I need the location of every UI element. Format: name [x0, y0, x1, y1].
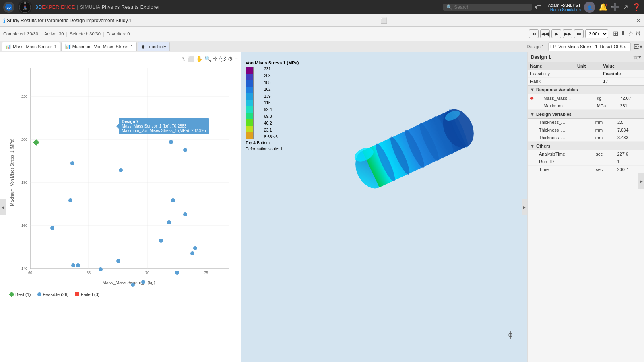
thickness3-unit: mm: [593, 134, 615, 142]
panel-star-icon[interactable]: ☆: [633, 54, 638, 60]
tab-arrow-icon[interactable]: ▾: [640, 43, 642, 50]
avatar[interactable]: 👤: [584, 2, 595, 13]
legend-best: Best (1): [10, 292, 31, 297]
add-icon[interactable]: ➕: [611, 3, 619, 12]
tag-icon[interactable]: 🏷: [535, 4, 541, 11]
design-variables-table: Thickness_... mm 2.5 Thickness_... mm 7.…: [528, 119, 644, 142]
collapse-chart-icon[interactable]: −: [235, 56, 238, 62]
scatter-point[interactable]: [183, 212, 187, 216]
speed-select[interactable]: 2.00x 1.00x 0.50x: [585, 29, 608, 38]
scatter-point[interactable]: [68, 198, 72, 202]
info-icon: ℹ: [3, 17, 5, 24]
scatter-point[interactable]: [171, 198, 175, 202]
tab-mass[interactable]: 📊 Mass_Mass Sensor_1: [2, 42, 60, 51]
tab-mass-label: Mass_Mass Sensor_1: [13, 44, 57, 49]
pan-icon[interactable]: ✋: [196, 56, 203, 62]
pause-icon[interactable]: ⏸: [620, 30, 626, 37]
svg-text:180: 180: [21, 181, 27, 185]
close-icon[interactable]: ✕: [636, 17, 641, 24]
viewport-expand-right[interactable]: ▶: [522, 199, 527, 215]
crosshair-icon[interactable]: ✛: [213, 56, 218, 62]
response-variables-section[interactable]: ▼ Response Variables: [528, 85, 644, 94]
status-favorites: Favorites: 0: [107, 31, 130, 36]
scatter-point[interactable]: [169, 140, 173, 144]
right-panel-arrow[interactable]: ▶: [638, 173, 644, 189]
share-icon[interactable]: ↗: [623, 3, 629, 12]
failed-icon: [75, 292, 79, 296]
svg-text:60: 60: [28, 271, 32, 275]
settings-icon[interactable]: ⚙: [635, 30, 641, 37]
best-point[interactable]: [33, 139, 39, 146]
chart-expand-left[interactable]: ◀: [0, 199, 6, 215]
scatter-point[interactable]: [70, 161, 74, 165]
select-icon[interactable]: ⬜: [188, 56, 194, 62]
skip-end-button[interactable]: ⏭: [574, 29, 584, 38]
analysis-time-value: 227.6: [615, 150, 644, 158]
comment-icon[interactable]: 💬: [219, 56, 226, 62]
status-completed: Completed: 30/30: [3, 31, 38, 36]
scatter-point[interactable]: [116, 259, 120, 263]
scatter-point[interactable]: [76, 263, 80, 267]
scatter-point[interactable]: [119, 168, 123, 172]
step-back-button[interactable]: ◀◀: [540, 29, 550, 38]
grid-view-icon[interactable]: ⊞: [613, 30, 618, 37]
svg-text:3D: 3D: [7, 6, 11, 10]
chart-toolbar: ⤡ ⬜ ✋ 🔍 ✛ 💬 ⚙ −: [3, 56, 238, 62]
best-icon: [9, 292, 14, 297]
user-name: Adam RANLYST: [548, 3, 581, 8]
others-section[interactable]: ▼ Others: [528, 142, 644, 150]
zoom-icon[interactable]: 🔍: [204, 56, 211, 62]
help-icon[interactable]: ❓: [632, 3, 641, 12]
scatter-point[interactable]: [71, 263, 75, 267]
scatter-point[interactable]: [159, 239, 163, 243]
design-variables-section[interactable]: ▼ Design Variables: [528, 110, 644, 119]
scatter-point[interactable]: [175, 271, 179, 275]
scatter-point[interactable]: [131, 283, 135, 287]
tab-stress-label: Maximum_Von Mises Stress_1: [72, 44, 133, 49]
skip-start-button[interactable]: ⏮: [529, 29, 539, 38]
move-icon[interactable]: ⤡: [181, 56, 186, 62]
notification-badge[interactable]: 🔔1: [599, 3, 607, 12]
playback-controls: ⏮ ◀◀ ▶ ▶▶ ⏭ 2.00x 1.00x 0.50x: [529, 29, 608, 38]
fp-selector[interactable]: FP_Von Mises Stress_1_Result Of Str...: [548, 42, 631, 51]
time-icon: [528, 166, 537, 173]
panel-chevron-icon[interactable]: ▾: [638, 54, 641, 60]
rank-row: Rank 17: [528, 78, 644, 85]
scale-meta2: Deformation scale: 1: [246, 147, 299, 151]
chart-settings-icon[interactable]: ⚙: [228, 56, 233, 62]
step-forward-button[interactable]: ▶▶: [563, 29, 572, 38]
analysis-time-row: AnalysisTime sec 227.6: [528, 150, 644, 158]
thickness1-unit: mm: [593, 119, 615, 126]
play-button[interactable]: ▶: [551, 29, 561, 38]
scatter-svg: Maximum_Von Mises Stress_1 (MPa) Mass_Ma…: [8, 64, 233, 289]
legend-failed: Failed (3): [75, 292, 99, 297]
scatter-point[interactable]: [50, 226, 54, 230]
studybar: ℹ Study Results for Parametric Design Im…: [0, 14, 644, 27]
thickness2-name: Thickness_...: [537, 126, 593, 134]
scatter-point[interactable]: [193, 246, 197, 250]
color-scale: Von Mises Stress.1 (MPa) 231: [246, 60, 299, 151]
scatter-point[interactable]: [190, 251, 194, 255]
scatter-point[interactable]: [167, 220, 171, 224]
tab-feasibility[interactable]: ◆ Feasibility: [138, 42, 170, 51]
feasibility-name: Feasibility: [528, 70, 575, 78]
workspace-name[interactable]: Nemo Simulation: [550, 8, 581, 12]
maximize-icon[interactable]: ⬜: [380, 17, 387, 24]
star-icon[interactable]: ☆: [628, 30, 634, 37]
scatter-point[interactable]: [141, 280, 145, 284]
search-box[interactable]: 🔍: [443, 4, 532, 11]
design-row-2: Thickness_... mm 7.034: [528, 126, 644, 134]
image-capture-icon[interactable]: 🖼: [633, 43, 639, 50]
tab-stress[interactable]: 📊 Maximum_Von Mises Stress_1: [61, 42, 137, 51]
collapse-design-icon: ▼: [530, 112, 535, 117]
scatter-point[interactable]: [183, 148, 187, 152]
scatter-point[interactable]: [99, 267, 103, 272]
app-title: 3DEXPERIENCE | SIMULIA Physics Results E…: [35, 4, 160, 10]
svg-text:75: 75: [204, 271, 208, 275]
response-variables-table: ◆ Mass_Mass... kg 72.07 Maximum_... MPa …: [528, 94, 644, 110]
crosshair-widget[interactable]: [506, 330, 515, 342]
compass-widget[interactable]: v.R N: [18, 0, 32, 14]
3d-model: [334, 93, 495, 221]
scale-value-208: 208: [264, 74, 278, 78]
search-input[interactable]: [454, 4, 522, 10]
